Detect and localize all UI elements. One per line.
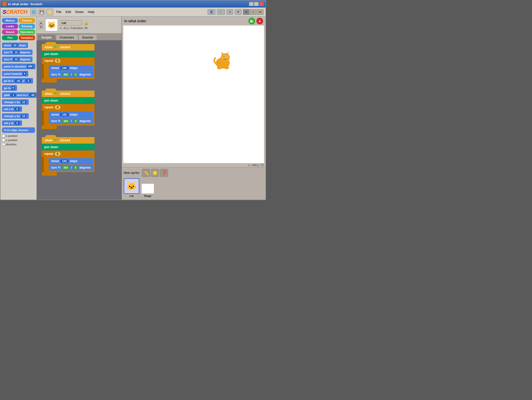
toolbar-right: 👤 🔧 ⤢ ✦ ▪▪ ▪ ▪▪▪ xyxy=(208,9,264,15)
sprite-item-cat[interactable]: 🐱 cat xyxy=(124,178,139,197)
tab-costumes[interactable]: Costumes xyxy=(56,35,78,40)
fullscreen-button[interactable]: ⤢ xyxy=(226,9,233,15)
layout-btn-1[interactable]: ▪▪ xyxy=(243,9,250,15)
stage-cat-sprite xyxy=(212,51,234,71)
move-100-2[interactable]: move 100 steps xyxy=(49,112,94,118)
stop-button[interactable]: ■ xyxy=(256,18,263,24)
block-turn-ccw[interactable]: turn ↺ 15 degrees xyxy=(2,57,35,62)
y-position-checkbox[interactable] xyxy=(2,139,5,142)
stage-thumb-box xyxy=(141,183,154,194)
green-flag-button[interactable]: ▶ xyxy=(248,18,255,24)
category-sensing[interactable]: Sensing xyxy=(19,24,35,29)
category-variables[interactable]: Variables xyxy=(19,35,35,40)
extra-button[interactable]: ✦ xyxy=(235,9,242,15)
category-looks[interactable]: Looks xyxy=(2,24,18,29)
cat-thumb-box: 🐱 xyxy=(124,178,139,194)
hat-block-3[interactable]: when clicked xyxy=(42,137,94,144)
repeat-6-top[interactable]: repeat 6 xyxy=(42,151,94,157)
paint-sprite-button[interactable]: ✏️ xyxy=(142,169,150,177)
sprite-nav-up[interactable]: ▲ xyxy=(39,21,43,25)
move-100-1[interactable]: move 100 steps xyxy=(49,65,94,71)
sprite-item-stage[interactable]: Stage xyxy=(141,183,154,197)
globe-icon-button[interactable]: 🌐 xyxy=(30,9,37,16)
turn-360-6-1[interactable]: turn ↻ 360 / 6 degrees xyxy=(49,165,94,171)
sprite-nav-down[interactable]: ▼ xyxy=(39,25,43,29)
category-pen[interactable]: Pen xyxy=(2,35,18,40)
svg-point-6 xyxy=(224,56,224,57)
menu-file[interactable]: File xyxy=(56,10,62,14)
scratch-logo: SCRATCH xyxy=(2,9,27,15)
maximize-button[interactable]: □ xyxy=(254,2,258,6)
y-position-label: y position xyxy=(6,139,18,142)
pen-down-1[interactable]: pen down xyxy=(42,51,94,57)
minimize-button[interactable]: _ xyxy=(249,2,254,6)
hat-block-1[interactable]: when clicked xyxy=(42,44,94,51)
save-icon-button[interactable]: 💾 xyxy=(38,9,45,16)
svg-marker-2 xyxy=(221,52,224,55)
checkbox-x-position: x position xyxy=(2,134,35,137)
repeat-5-top[interactable]: repeat 5 xyxy=(42,58,94,64)
layout-btn-2[interactable]: ▪ xyxy=(250,9,256,15)
category-operators[interactable]: Operators xyxy=(19,30,35,35)
repeat-4-body: move 100 steps turn ↻ 360 / 4 degrees xyxy=(42,111,94,126)
star-sprite-button[interactable]: ⭐ xyxy=(151,169,159,177)
checkbox-y-position: y position xyxy=(2,139,35,142)
tab-sounds[interactable]: Sounds xyxy=(78,35,97,40)
turn-360-5-1[interactable]: turn ↻ 360 / 5 degrees xyxy=(49,72,94,78)
move-100-3[interactable]: move 100 steps xyxy=(49,158,94,164)
tabs: Scripts Costumes Sounds xyxy=(37,34,122,40)
layout-btn-3[interactable]: ▪▪▪ xyxy=(257,9,264,15)
block-set-x[interactable]: set x to 0 xyxy=(2,106,35,112)
stage-controls: ▶ ■ xyxy=(248,18,263,24)
pen-down-3[interactable]: pen down xyxy=(42,144,94,150)
user-button[interactable]: 👤 xyxy=(208,9,216,15)
block-change-y[interactable]: change y by 10 xyxy=(2,113,35,119)
cat-svg xyxy=(212,51,234,71)
tab-scripts[interactable]: Scripts xyxy=(38,35,56,40)
category-motion[interactable]: Motion xyxy=(2,18,18,23)
layout-view-buttons: ▪▪ ▪ ▪▪▪ xyxy=(243,9,264,15)
sprite-name-input[interactable] xyxy=(60,20,82,26)
middle-panel: ▲ ▼ 🐱 🔒 x: -42 y: 3 direction: 90 Script… xyxy=(37,17,122,200)
block-point-towards[interactable]: point towards ▾ xyxy=(2,71,35,77)
right-panel: In what order ▶ ■ xyxy=(122,17,266,200)
sprite-nav: ▲ ▼ xyxy=(39,21,43,29)
block-bounce[interactable]: if on edge, bounce xyxy=(2,127,35,133)
close-button[interactable]: ✕ xyxy=(259,2,264,6)
random-sprite-button[interactable]: ❓ xyxy=(160,169,168,177)
new-sprite-label: New sprite: xyxy=(124,171,140,175)
category-sound[interactable]: Sound xyxy=(2,30,18,35)
main-window: In what order- Scratch _ □ ✕ SCRATCH 🌐 💾… xyxy=(0,0,266,200)
menu-edit[interactable]: Edit xyxy=(66,10,71,14)
block-turn-cw[interactable]: turn ↻ 15 degrees xyxy=(2,50,35,55)
block-change-x[interactable]: change x by 10 xyxy=(2,99,35,105)
category-grid: Motion Control Looks Sensing Sound Opera… xyxy=(2,18,35,40)
pen-down-2[interactable]: pen down xyxy=(42,98,94,104)
block-glide[interactable]: glide 1 secs to x: -42 y: 3 xyxy=(2,92,35,98)
block-go-to[interactable]: go to ▾ xyxy=(2,85,35,91)
scripts-area[interactable]: when clicked pen down repeat 5 move 100 … xyxy=(37,40,122,200)
block-set-y[interactable]: set y to 0 xyxy=(2,120,35,126)
menu-share[interactable]: Share xyxy=(75,10,84,14)
turn-360-4-1[interactable]: turn ↻ 360 / 4 degrees xyxy=(49,118,94,124)
left-panel: Motion Control Looks Sensing Sound Opera… xyxy=(0,17,37,200)
share-icon-button[interactable]: ⭐ xyxy=(46,9,53,16)
direction-label: direction xyxy=(6,143,16,146)
sprite-header: ▲ ▼ 🐱 🔒 x: -42 y: 3 direction: 90 xyxy=(37,17,122,34)
menu-help[interactable]: Help xyxy=(88,10,94,14)
hat-block-2[interactable]: when clicked xyxy=(42,91,94,97)
block-point-direction[interactable]: point in direction 90▾ xyxy=(2,64,35,69)
direction-checkbox[interactable] xyxy=(2,143,5,146)
settings-button[interactable]: 🔧 xyxy=(217,9,225,15)
repeat-5-body: move 100 steps turn ↻ 360 / 5 degrees xyxy=(42,64,94,79)
stage-title: In what order xyxy=(124,19,146,23)
repeat-4-top[interactable]: repeat 4 xyxy=(42,104,94,111)
checkbox-direction: direction xyxy=(2,143,35,146)
category-control[interactable]: Control xyxy=(19,18,35,23)
new-sprite-buttons: ✏️ ⭐ ❓ xyxy=(142,169,168,177)
block-move[interactable]: move 10 steps xyxy=(2,43,35,48)
cat-thumb-label: cat xyxy=(130,194,134,197)
block-go-to-xy[interactable]: go to x: -42 y: 3 xyxy=(2,78,35,84)
script-group-3: when clicked pen down repeat 6 move 100 … xyxy=(42,137,94,176)
x-position-checkbox[interactable] xyxy=(2,134,5,137)
